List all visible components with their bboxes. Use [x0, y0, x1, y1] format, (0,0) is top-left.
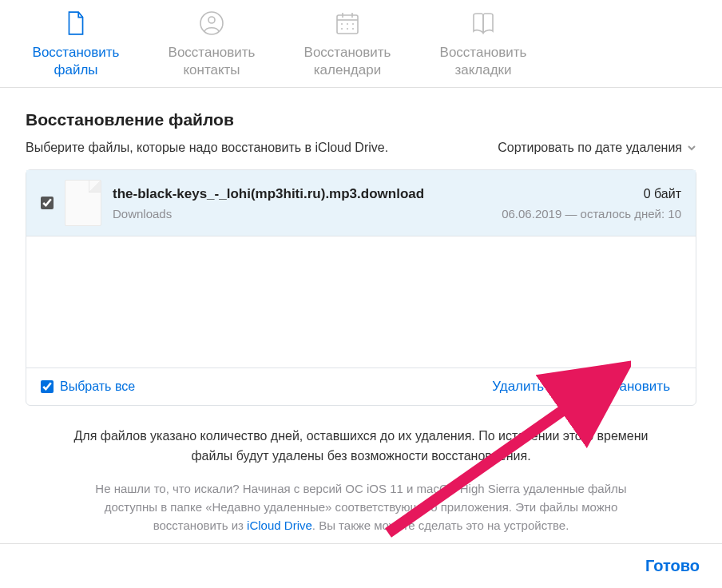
- subheading-row: Выберите файлы, которые надо восстановит…: [26, 141, 696, 155]
- file-icon: [63, 9, 89, 38]
- delete-button[interactable]: Удалить: [481, 379, 555, 395]
- notes: Для файлов указано количество дней, оста…: [26, 406, 696, 534]
- tab-label: Восстановитьфайлы: [33, 44, 120, 78]
- tab-restore-calendars[interactable]: Восстановитькалендари: [296, 0, 399, 87]
- tab-restore-files[interactable]: Восстановитьфайлы: [24, 0, 128, 87]
- calendar-icon: [335, 9, 360, 38]
- bookmark-icon: [470, 9, 496, 38]
- file-type-icon: [65, 180, 101, 226]
- select-all[interactable]: Выбрать все: [41, 379, 135, 394]
- sort-label: Сортировать по дате удаления: [498, 141, 682, 155]
- main-content: Восстановление файлов Выберите файлы, ко…: [0, 88, 722, 534]
- file-row[interactable]: the-black-keys_-_lohi(mp3hiti.ru).mp3.do…: [26, 170, 696, 236]
- instruction-text: Выберите файлы, которые надо восстановит…: [26, 141, 388, 155]
- tab-label: Восстановитьзакладки: [440, 44, 527, 78]
- done-button[interactable]: Готово: [645, 557, 700, 575]
- note-secondary: Не нашли то, что искали? Начиная с верси…: [73, 479, 649, 535]
- file-meta: the-black-keys_-_lohi(mp3hiti.ru).mp3.do…: [113, 186, 681, 220]
- divider: [563, 378, 564, 395]
- file-deleted-info: 06.06.2019 — осталось дней: 10: [502, 207, 681, 220]
- file-panel: the-black-keys_-_lohi(mp3hiti.ru).mp3.do…: [26, 169, 696, 406]
- icloud-drive-link[interactable]: iCloud Drive: [247, 518, 312, 532]
- bottom-bar: Готово: [0, 543, 722, 588]
- tab-label: Восстановитьконтакты: [169, 44, 256, 78]
- sort-dropdown[interactable]: Сортировать по дате удаления: [498, 141, 696, 155]
- select-all-label: Выбрать все: [60, 379, 135, 394]
- select-all-checkbox[interactable]: [41, 380, 54, 393]
- chevron-down-icon: [687, 143, 696, 153]
- contact-icon: [199, 9, 224, 38]
- file-checkbox[interactable]: [41, 197, 54, 209]
- panel-footer: Выбрать все Удалить Восстановить: [26, 368, 696, 405]
- tabs-bar: Восстановитьфайлы Восстановитьконтакты: [0, 0, 722, 88]
- file-location: Downloads: [113, 207, 172, 220]
- file-name: the-black-keys_-_lohi(mp3hiti.ru).mp3.do…: [113, 186, 424, 202]
- tab-restore-bookmarks[interactable]: Восстановитьзакладки: [431, 0, 535, 87]
- svg-point-1: [208, 17, 215, 23]
- file-size: 0 байт: [644, 187, 681, 201]
- page-title: Восстановление файлов: [26, 110, 696, 129]
- note-primary: Для файлов указано количество дней, оста…: [73, 427, 649, 467]
- tab-restore-contacts[interactable]: Восстановитьконтакты: [160, 0, 264, 87]
- restore-button[interactable]: Восстановить: [572, 379, 681, 395]
- tab-label: Восстановитькалендари: [304, 44, 391, 78]
